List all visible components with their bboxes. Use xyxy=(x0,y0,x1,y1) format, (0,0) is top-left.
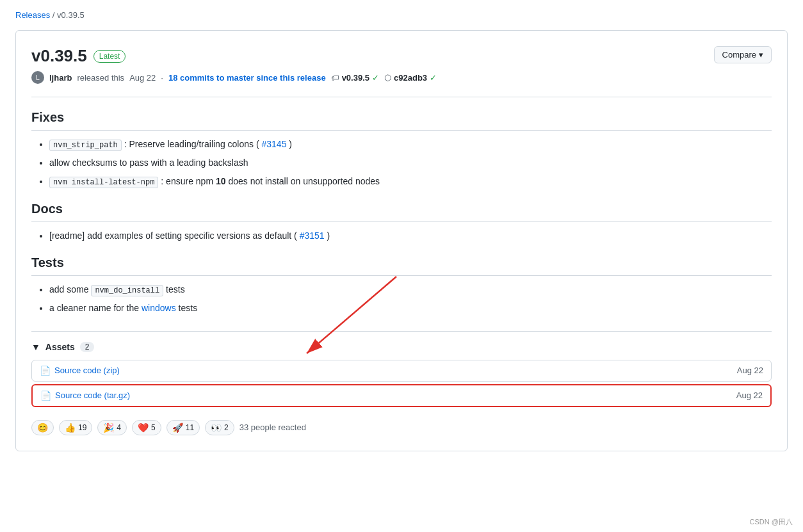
reaction-smiley[interactable]: 😊 xyxy=(31,420,54,435)
tag-ref: 🏷 v0.39.5 ✓ xyxy=(331,73,379,83)
triangle-icon: ▼ xyxy=(31,342,40,352)
latest-badge: Latest xyxy=(93,50,126,63)
heart-count: 5 xyxy=(151,423,156,432)
file-icon: 📄 xyxy=(40,391,51,401)
heart-emoji: ❤️ xyxy=(138,423,149,433)
commit-check-icon: ✓ xyxy=(430,73,437,83)
asset-targz-label: 📄 Source code (tar.gz) xyxy=(40,391,130,401)
eyes-count: 2 xyxy=(224,423,229,432)
docs-heading: Docs xyxy=(31,202,772,222)
tag-check-icon: ✓ xyxy=(372,73,379,83)
reactions-bar: 😊 👍 19 🎉 4 ❤️ 5 🚀 11 xyxy=(31,420,772,435)
tests-heading: Tests xyxy=(31,255,772,276)
commit-icon: ⬡ xyxy=(384,73,391,83)
asset-zip[interactable]: 📄 Source code (zip) Aug 22 xyxy=(31,360,772,382)
rocket-count: 11 xyxy=(186,423,194,432)
reaction-eyes[interactable]: 👀 2 xyxy=(205,420,234,435)
release-header: v0.39.5 Latest Compare ▾ xyxy=(31,46,772,66)
tests-list: add some nvm_do_install tests a cleaner … xyxy=(31,282,772,316)
author-link[interactable]: ljharb xyxy=(49,73,72,83)
avatar: L xyxy=(31,71,44,84)
thumbsup-emoji: 👍 xyxy=(65,423,76,433)
commit-ref: ⬡ c92adb3 ✓ xyxy=(384,73,437,83)
list-item: add some nvm_do_install tests xyxy=(49,282,772,297)
asset-zip-label: 📄 Source code (zip) xyxy=(40,366,120,376)
list-item: [readme] add examples of setting specifi… xyxy=(49,229,772,243)
release-title-row: v0.39.5 Latest xyxy=(31,46,126,66)
assets-section: ▼ Assets 2 📄 Source co xyxy=(31,331,772,435)
reaction-heart[interactable]: ❤️ 5 xyxy=(132,420,161,435)
tag-icon: 🏷 xyxy=(331,73,339,83)
assets-list: 📄 Source code (zip) Aug 22 📄 Source code… xyxy=(31,360,772,407)
code-snippet: nvm_strip_path xyxy=(49,140,122,151)
assets-header[interactable]: ▼ Assets 2 xyxy=(31,342,772,352)
reaction-tada[interactable]: 🎉 4 xyxy=(97,420,127,435)
release-version: v0.39.5 xyxy=(31,46,87,66)
releases-link[interactable]: Releases xyxy=(15,10,50,20)
fixes-heading: Fixes xyxy=(31,110,772,131)
asset-targz[interactable]: 📄 Source code (tar.gz) Aug 22 xyxy=(31,384,772,407)
issue-link-3151[interactable]: #3151 xyxy=(300,230,325,241)
asset-zip-date: Aug 22 xyxy=(737,366,763,375)
chevron-down-icon: ▾ xyxy=(759,50,763,60)
release-body: Fixes nvm_strip_path : Preserve leading/… xyxy=(31,110,772,316)
assets-count: 2 xyxy=(80,342,95,352)
tada-count: 4 xyxy=(117,423,121,432)
code-snippet: nvm install-latest-npm xyxy=(49,177,158,188)
header-divider xyxy=(31,97,772,97)
rocket-emoji: 🚀 xyxy=(172,423,183,433)
reaction-rocket[interactable]: 🚀 11 xyxy=(166,420,200,435)
commit-link[interactable]: c92adb3 xyxy=(394,73,427,83)
smiley-emoji: 😊 xyxy=(37,423,48,433)
asset-targz-date: Aug 22 xyxy=(736,391,763,400)
reaction-thumbsup[interactable]: 👍 19 xyxy=(59,420,92,435)
list-item: a cleaner name for the windows tests xyxy=(49,301,772,315)
eyes-emoji: 👀 xyxy=(211,423,222,433)
thumbsup-count: 19 xyxy=(78,423,86,432)
breadcrumb: Releases / v0.39.5 xyxy=(15,10,788,20)
file-icon: 📄 xyxy=(40,366,51,376)
assets-heading: Assets xyxy=(45,342,75,352)
list-item: nvm install-latest-npm : ensure npm 10 d… xyxy=(49,174,772,189)
fixes-list: nvm_strip_path : Preserve leading/traili… xyxy=(31,137,772,189)
release-container: v0.39.5 Latest Compare ▾ L ljharb releas… xyxy=(15,30,788,451)
reactions-summary: 33 people reacted xyxy=(239,423,306,432)
list-item: nvm_strip_path : Preserve leading/traili… xyxy=(49,137,772,152)
tada-emoji: 🎉 xyxy=(103,423,114,433)
list-item: allow checksums to pass with a leading b… xyxy=(49,156,772,170)
release-meta: L ljharb released this Aug 22 · 18 commi… xyxy=(31,71,772,84)
docs-list: [readme] add examples of setting specifi… xyxy=(31,229,772,243)
commits-link[interactable]: 18 commits to master since this release xyxy=(168,73,326,83)
tag-link[interactable]: v0.39.5 xyxy=(342,73,369,83)
issue-link-3145[interactable]: #3145 xyxy=(262,139,287,149)
windows-link[interactable]: windows xyxy=(142,303,176,313)
compare-button[interactable]: Compare ▾ xyxy=(714,46,772,63)
code-snippet: nvm_do_install xyxy=(91,285,163,296)
